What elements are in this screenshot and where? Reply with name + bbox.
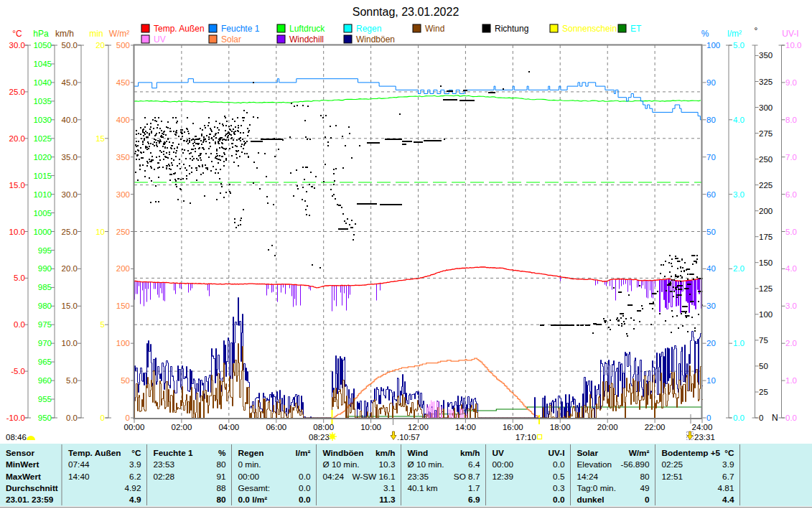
svg-text:0.0: 0.0 [299, 495, 311, 505]
svg-text:30.0: 30.0 [62, 190, 78, 199]
svg-text:6.9: 6.9 [468, 495, 480, 505]
svg-text:min: min [89, 29, 103, 39]
svg-text:1005: 1005 [33, 209, 52, 218]
svg-text:UV-I: UV-I [782, 29, 798, 39]
svg-text:200: 200 [116, 264, 130, 273]
svg-text:0: 0 [759, 414, 763, 422]
svg-text:30.0: 30.0 [9, 41, 25, 50]
svg-text:08:00: 08:00 [313, 423, 334, 431]
svg-text:Ø 10 min.: Ø 10 min. [408, 459, 444, 470]
svg-text:50: 50 [706, 228, 716, 236]
svg-text:Windböen: Windböen [356, 34, 395, 45]
svg-text:00:00: 00:00 [493, 459, 514, 470]
svg-text:10.3: 10.3 [379, 459, 396, 470]
svg-text:0.0: 0.0 [299, 472, 311, 482]
svg-text:5.0: 5.0 [785, 228, 797, 236]
svg-text:0.0: 0.0 [733, 414, 745, 422]
svg-text:25: 25 [759, 388, 768, 396]
svg-text:125: 125 [759, 284, 773, 293]
svg-text:Feuchte 1: Feuchte 1 [221, 24, 260, 34]
svg-text:Solar: Solar [577, 448, 599, 458]
svg-text:0: 0 [101, 414, 105, 422]
svg-text:150: 150 [116, 302, 130, 310]
svg-text:12:39: 12:39 [493, 472, 514, 482]
svg-text:02:00: 02:00 [172, 423, 192, 431]
svg-text:9.0: 9.0 [785, 78, 797, 87]
svg-text:4.0: 4.0 [733, 116, 745, 124]
svg-text:25.0: 25.0 [9, 88, 25, 96]
svg-text:l/m²: l/m² [296, 448, 311, 458]
svg-text:Wind: Wind [425, 24, 444, 34]
svg-text:-10.0: -10.0 [6, 414, 25, 422]
svg-text:50: 50 [759, 362, 768, 370]
svg-text:995: 995 [38, 246, 52, 255]
svg-text:hPa: hPa [33, 29, 49, 39]
svg-text:Sonnenschein: Sonnenschein [562, 24, 617, 34]
svg-text:MinWert: MinWert [6, 459, 39, 470]
svg-text:14:00: 14:00 [455, 423, 476, 431]
svg-text:35.0: 35.0 [62, 153, 78, 162]
svg-text:l/m²: l/m² [727, 29, 742, 39]
svg-text:Luftdruck: Luftdruck [289, 24, 325, 34]
svg-text:1050: 1050 [33, 41, 52, 50]
svg-text:10: 10 [95, 228, 105, 236]
svg-text:23:35: 23:35 [408, 472, 429, 482]
svg-text:14:40: 14:40 [68, 472, 90, 482]
svg-text:°: ° [755, 26, 758, 36]
svg-text:1045: 1045 [33, 60, 52, 68]
svg-text:06:00: 06:00 [266, 423, 286, 431]
svg-text:km/h: km/h [375, 448, 396, 458]
svg-text:8.0: 8.0 [785, 116, 797, 124]
svg-text:965: 965 [38, 358, 52, 366]
svg-text:4.92: 4.92 [125, 483, 141, 493]
svg-text:1040: 1040 [33, 78, 52, 87]
svg-text:50.0: 50.0 [62, 41, 78, 50]
svg-text:°C: °C [724, 448, 734, 458]
svg-text:990: 990 [38, 264, 52, 273]
svg-text:11.3: 11.3 [379, 495, 396, 505]
svg-text:1030: 1030 [33, 116, 52, 124]
svg-text:300: 300 [759, 103, 773, 112]
svg-text:Ø 10 min.: Ø 10 min. [323, 459, 360, 470]
svg-text:3.0: 3.0 [785, 302, 797, 310]
svg-text:Durchschnitt: Durchschnitt [6, 483, 58, 493]
svg-text:0: 0 [706, 414, 711, 422]
svg-text:200: 200 [759, 207, 773, 215]
svg-text:175: 175 [759, 233, 773, 241]
svg-text:02:28: 02:28 [154, 472, 175, 482]
svg-text:950: 950 [38, 414, 52, 422]
svg-text:2.0: 2.0 [733, 264, 745, 273]
svg-text:N: N [772, 413, 778, 423]
svg-text:3.1: 3.1 [383, 483, 395, 493]
svg-text:80: 80 [640, 472, 650, 482]
svg-text:Sensor: Sensor [6, 448, 34, 458]
svg-text:07:44: 07:44 [68, 459, 90, 470]
svg-text:UV: UV [493, 448, 505, 458]
svg-text:225: 225 [759, 181, 773, 190]
svg-text:02:25: 02:25 [662, 459, 683, 470]
svg-text:100: 100 [706, 41, 720, 50]
svg-text:150: 150 [759, 258, 773, 267]
svg-text:SO 8.7: SO 8.7 [454, 472, 480, 482]
svg-text:UV: UV [154, 34, 166, 45]
svg-text:00:00: 00:00 [238, 472, 260, 482]
svg-text:100: 100 [759, 310, 773, 319]
svg-text:20: 20 [95, 41, 105, 50]
svg-text:04:24: 04:24 [323, 472, 345, 482]
svg-text:45.0: 45.0 [62, 78, 78, 87]
svg-text:°C: °C [131, 448, 141, 458]
svg-text:40: 40 [706, 264, 716, 273]
svg-text:350: 350 [116, 153, 130, 162]
svg-text:0.3: 0.3 [553, 483, 565, 493]
svg-text:450: 450 [116, 78, 130, 87]
svg-text:Wind: Wind [408, 448, 429, 458]
svg-text:1000: 1000 [33, 228, 52, 236]
svg-text:15: 15 [95, 134, 105, 143]
svg-text:Richtung: Richtung [495, 24, 528, 34]
svg-text:400: 400 [116, 116, 130, 124]
svg-text:325: 325 [759, 78, 773, 86]
svg-text:Bodentemp +5: Bodentemp +5 [662, 448, 721, 458]
svg-text:24:00: 24:00 [692, 423, 713, 431]
svg-text:16:00: 16:00 [503, 423, 523, 431]
svg-text:0.0: 0.0 [785, 414, 797, 422]
